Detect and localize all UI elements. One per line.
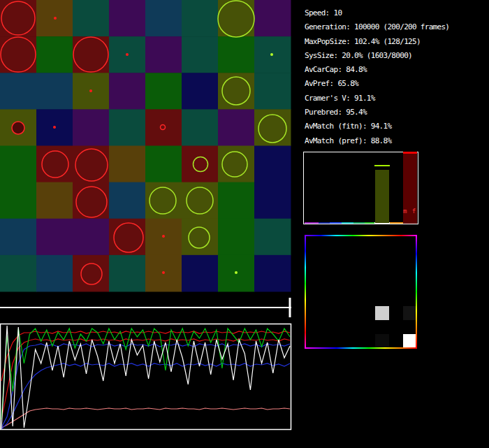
- grid-cell[interactable]: [36, 73, 73, 110]
- grid-cell[interactable]: [73, 109, 110, 146]
- grid-cell[interactable]: [145, 146, 182, 183]
- grid-cell[interactable]: [254, 0, 291, 37]
- grid-cell[interactable]: [182, 146, 219, 183]
- grid-cell[interactable]: [145, 109, 182, 146]
- stat-line: AvMatch (pref): 88.8%: [305, 134, 486, 148]
- grid-cell[interactable]: [73, 255, 110, 292]
- hue-strip-segment: [390, 222, 403, 224]
- organism-dot: [54, 17, 57, 20]
- matrix-border-left: [305, 235, 306, 349]
- grid-cell[interactable]: [218, 36, 255, 73]
- matrix-border-top: [305, 235, 417, 236]
- grid-cell[interactable]: [218, 109, 255, 146]
- grid-cell[interactable]: [254, 255, 291, 292]
- pop-bar-cap-f: [403, 152, 417, 154]
- hue-strip-segment: [319, 222, 330, 224]
- grid-cell[interactable]: [182, 36, 219, 73]
- grid-cell[interactable]: [0, 219, 37, 256]
- chart-line-green: [1, 328, 290, 419]
- grid-cell[interactable]: [0, 0, 37, 37]
- stat-line: SysSize: 20.0% (1603/8000): [305, 49, 486, 63]
- stats-panel: Speed: 10Generation: 100000 (200/200 fra…: [305, 6, 486, 148]
- matrix-cell: [375, 334, 389, 348]
- grid-cell[interactable]: [109, 73, 146, 110]
- grid-cell[interactable]: [109, 109, 146, 146]
- grid-cell[interactable]: [109, 182, 146, 219]
- grid-cell[interactable]: [0, 73, 37, 110]
- stat-line: AvPref: 65.8%: [305, 77, 486, 91]
- grid-cell[interactable]: [254, 146, 291, 183]
- organism-dot: [270, 53, 273, 56]
- stat-line: AvCarCap: 84.8%: [305, 63, 486, 77]
- grid-cell[interactable]: [109, 0, 146, 37]
- organism-dot: [89, 89, 92, 92]
- population-bars-chart: [304, 152, 418, 224]
- app-window: Speed: 10Generation: 100000 (200/200 fra…: [0, 0, 489, 448]
- chart-line-blue-upper: [1, 344, 290, 428]
- pop-bar-cap-m: [374, 165, 390, 166]
- grid-cell[interactable]: [0, 255, 37, 292]
- grid-cell[interactable]: [254, 73, 291, 110]
- hue-strip-segment: [353, 222, 365, 224]
- grid-cell[interactable]: [73, 0, 110, 37]
- matrix-border-right: [416, 235, 417, 349]
- grid-cell[interactable]: [73, 219, 110, 256]
- grid-cell[interactable]: [218, 73, 255, 110]
- sex-bars-label: m f: [403, 208, 416, 215]
- match-matrix-cells: [375, 306, 417, 348]
- progress-slider[interactable]: [0, 298, 291, 317]
- hue-strip-segment: [330, 222, 342, 224]
- chart-line-white: [1, 326, 290, 429]
- grid-cell[interactable]: [145, 36, 182, 73]
- matrix-cell: [403, 306, 417, 320]
- matrix-border-bottom: [305, 347, 417, 349]
- grid-cell[interactable]: [182, 219, 219, 256]
- grid-cell[interactable]: [145, 0, 182, 37]
- organism-dot: [162, 271, 165, 274]
- grid-cell[interactable]: [109, 255, 146, 292]
- stat-line: MaxPopSize: 102.4% (128/125): [305, 35, 486, 49]
- grid-cell[interactable]: [218, 182, 255, 219]
- grid-cell[interactable]: [182, 109, 219, 146]
- grid-cell[interactable]: [73, 182, 110, 219]
- habitat-grid[interactable]: [0, 0, 291, 292]
- stat-line: Cramer's V: 91.1%: [305, 92, 486, 106]
- organism-dot: [126, 53, 129, 56]
- timeseries-chart: [1, 324, 291, 430]
- hue-strip-segment: [365, 222, 374, 224]
- stat-line: Purebred: 95.4%: [305, 106, 486, 120]
- grid-cell[interactable]: [36, 182, 73, 219]
- grid-cell[interactable]: [182, 0, 219, 37]
- stat-line: AvMatch (fitn): 94.1%: [305, 120, 486, 133]
- grid-cell[interactable]: [36, 255, 73, 292]
- grid-cell[interactable]: [109, 219, 146, 256]
- grid-cell[interactable]: [73, 146, 110, 183]
- grid-cell[interactable]: [254, 219, 291, 256]
- organism-dot: [53, 126, 56, 129]
- matrix-cell: [375, 306, 389, 320]
- stat-line: Generation: 100000 (200/200 frames): [305, 20, 486, 34]
- chart-line-blue-lower: [1, 363, 290, 429]
- organism-ring: [12, 122, 24, 134]
- grid-cell[interactable]: [36, 219, 73, 256]
- grid-cell[interactable]: [218, 219, 255, 256]
- organism-dot: [162, 235, 165, 238]
- grid-cell[interactable]: [36, 36, 73, 73]
- grid-cell[interactable]: [145, 73, 182, 110]
- grid-cell[interactable]: [182, 255, 219, 292]
- organism-dot: [235, 271, 238, 274]
- chart-line-salmon-low: [1, 408, 290, 428]
- grid-cell[interactable]: [0, 182, 37, 219]
- matrix-cell: [403, 334, 417, 348]
- hue-strip-segment: [342, 222, 353, 224]
- grid-cell[interactable]: [182, 73, 219, 110]
- bars-frame: [304, 152, 418, 224]
- grid-cell[interactable]: [0, 146, 37, 183]
- grid-cell[interactable]: [254, 182, 291, 219]
- hue-strip-segment: [305, 222, 319, 224]
- grid-cell[interactable]: [109, 146, 146, 183]
- stat-line: Speed: 10: [305, 6, 486, 20]
- pop-bar-m: [375, 170, 389, 223]
